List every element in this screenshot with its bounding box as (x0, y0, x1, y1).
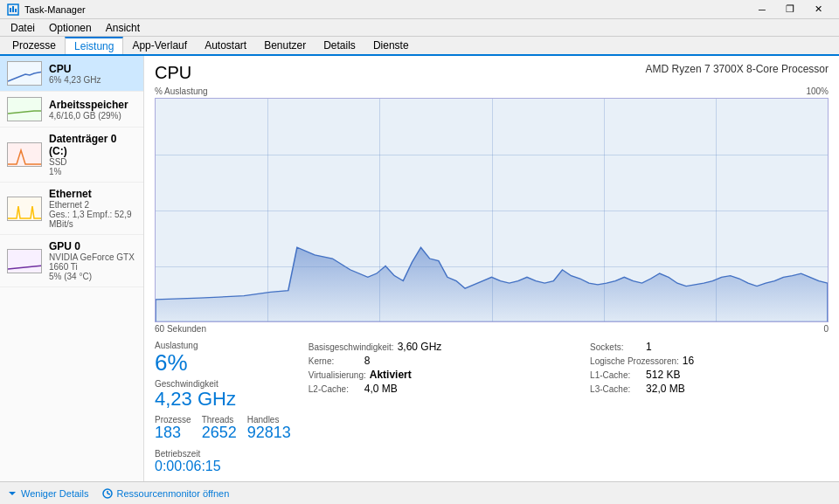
betriebszeit-stat: Betriebszeit 0:00:06:15 (155, 449, 291, 474)
gpu-info: GPU 0 NVIDIA GeForce GTX 1660 Ti 5% (34 … (49, 240, 136, 281)
kerne-label: Kerne: (309, 356, 361, 366)
l3cache-row: L3-Cache: 32,0 MB (590, 383, 829, 395)
menu-datei[interactable]: Datei (3, 20, 42, 36)
handles-stat: Handles 92813 (247, 415, 291, 442)
window-controls: ─ ❐ ✕ (748, 0, 832, 19)
eth-info: Ethernet Ethernet 2 Ges.: 1,3 Empf.: 52,… (49, 188, 136, 229)
virtualisierung-value: Aktiviert (370, 369, 412, 381)
ram-name: Arbeitsspeicher (49, 99, 136, 111)
content-header: CPU AMD Ryzen 7 3700X 8-Core Processor (155, 63, 829, 83)
sidebar-item-disk[interactable]: Datenträger 0 (C:) SSD 1% (0, 128, 143, 183)
monitor-icon (102, 488, 113, 499)
sidebar-item-ethernet[interactable]: Ethernet Ethernet 2 Ges.: 1,3 Empf.: 52,… (0, 183, 143, 235)
virtualisierung-row: Virtualisierung: Aktiviert (309, 369, 576, 381)
sidebar-item-ram[interactable]: Arbeitsspeicher 4,6/16,0 GB (29%) (0, 92, 143, 128)
l2cache-label: L2-Cache: (309, 384, 361, 394)
tab-prozesse[interactable]: Prozesse (3, 37, 65, 54)
minimize-button[interactable]: ─ (748, 0, 776, 19)
chart-ylabel: % Auslastung (155, 86, 208, 96)
stats-area: Auslastung 6% Geschwindigkeit 4,23 GHz P… (155, 341, 829, 474)
l3cache-value: 32,0 MB (646, 383, 685, 395)
disk-sub2: 1% (49, 167, 136, 176)
l1cache-value: 512 KB (646, 369, 680, 381)
bottombar: Weniger Details Ressourcenmonitor öffnen (0, 481, 839, 504)
l2cache-row: L2-Cache: 4,0 MB (309, 383, 576, 395)
auslastung-value: 6% (155, 350, 291, 376)
ram-thumbnail (7, 97, 42, 121)
handles-value: 92813 (247, 425, 291, 442)
eth-thumbnail (7, 197, 42, 221)
auslastung-stat: Auslastung 6% (155, 341, 291, 376)
menu-optionen[interactable]: Optionen (42, 20, 99, 36)
disk-info: Datenträger 0 (C:) SSD 1% (49, 133, 136, 176)
ram-info: Arbeitsspeicher 4,6/16,0 GB (29%) (49, 99, 136, 121)
sockets-row: Sockets: 1 (590, 341, 829, 353)
svg-rect-2 (12, 6, 14, 12)
chart-y-labels: % Auslastung 100% (155, 86, 829, 96)
disk-thumbnail (7, 142, 42, 167)
basisgeschwindigkeit-value: 3,60 GHz (398, 341, 442, 353)
chart-y-zero: 0 (823, 324, 829, 334)
tab-app-verlauf[interactable]: App-Verlauf (123, 37, 196, 54)
sockets-label: Sockets: (590, 342, 642, 352)
gpu-thumbnail (7, 249, 42, 273)
chart-xlabel-left: 60 Sekunden (155, 324, 206, 334)
gpu-sub1: NVIDIA GeForce GTX 1660 Ti (49, 252, 136, 272)
threads-value: 2652 (202, 425, 237, 442)
sidebar-item-cpu[interactable]: CPU 6% 4,23 GHz (0, 56, 143, 92)
tab-details[interactable]: Details (315, 37, 364, 54)
close-button[interactable]: ✕ (804, 0, 832, 19)
titlebar: Task-Manager ─ ❐ ✕ (0, 0, 839, 19)
virtualisierung-label: Virtualisierung: (309, 370, 366, 380)
cpu-chart (155, 98, 829, 322)
eth-name: Ethernet (49, 188, 136, 200)
svg-marker-4 (9, 492, 16, 495)
menu-ansicht[interactable]: Ansicht (99, 20, 147, 36)
sidebar: CPU 6% 4,23 GHz Arbeitsspeicher 4,6/16,0… (0, 56, 144, 481)
logische-label: Logische Prozessoren: (590, 356, 679, 366)
betriebszeit-value: 0:00:06:15 (155, 459, 291, 474)
svg-rect-1 (10, 8, 11, 12)
titlebar-title: Task-Manager (24, 4, 86, 15)
tab-dienste[interactable]: Dienste (364, 37, 418, 54)
gpu-name: GPU 0 (49, 240, 136, 252)
restore-button[interactable]: ❐ (776, 0, 804, 19)
kerne-value: 8 (364, 355, 371, 367)
cpu-thumbnail (7, 61, 42, 86)
sockets-value: 1 (646, 341, 652, 353)
chevron-icon (7, 488, 17, 499)
svg-line-7 (107, 494, 110, 494)
basisgeschwindigkeit-row: Basisgeschwindigkeit: 3,60 GHz (309, 341, 576, 353)
geschwindigkeit-stat: Geschwindigkeit 4,23 GHz (155, 379, 291, 410)
betriebszeit-label: Betriebszeit (155, 449, 291, 459)
tab-leistung[interactable]: Leistung (65, 37, 123, 54)
cpu-name: CPU (49, 63, 136, 75)
l3cache-label: L3-Cache: (590, 384, 642, 394)
basisgeschwindigkeit-label: Basisgeschwindigkeit: (309, 342, 394, 352)
chart-percent-top: 100% (806, 86, 829, 96)
kerne-row: Kerne: 8 (309, 355, 576, 367)
stats-right: Basisgeschwindigkeit: 3,60 GHz Sockets: … (309, 341, 829, 474)
prozesse-value: 183 (155, 425, 191, 442)
content-title: CPU (155, 63, 191, 83)
chart-footer: 60 Sekunden 0 (155, 324, 829, 334)
sidebar-item-gpu[interactable]: GPU 0 NVIDIA GeForce GTX 1660 Ti 5% (34 … (0, 235, 143, 287)
eth-sub2: Ges.: 1,3 Empf.: 52,9 MBit/s (49, 210, 136, 229)
tab-benutzer[interactable]: Benutzer (255, 37, 315, 54)
menubar: Datei Optionen Ansicht (0, 19, 839, 37)
ressourcenmonitor-link[interactable]: Ressourcenmonitor öffnen (102, 488, 229, 499)
svg-rect-3 (15, 9, 17, 12)
stats-left: Auslastung 6% Geschwindigkeit 4,23 GHz P… (155, 341, 291, 474)
gpu-sub2: 5% (34 °C) (49, 272, 136, 281)
main-layout: CPU 6% 4,23 GHz Arbeitsspeicher 4,6/16,0… (0, 56, 839, 481)
content-area: CPU AMD Ryzen 7 3700X 8-Core Processor %… (144, 56, 839, 481)
l1cache-label: L1-Cache: (590, 370, 642, 380)
cpu-info: CPU 6% 4,23 GHz (49, 63, 136, 85)
l2cache-value: 4,0 MB (364, 383, 398, 395)
prozesse-stat: Prozesse 183 (155, 415, 191, 442)
app-icon (7, 3, 19, 16)
tab-autostart[interactable]: Autostart (196, 37, 255, 54)
disk-name: Datenträger 0 (C:) (49, 133, 136, 157)
weniger-details-link[interactable]: Weniger Details (7, 488, 88, 499)
content-subtitle: AMD Ryzen 7 3700X 8-Core Processor (646, 63, 829, 75)
